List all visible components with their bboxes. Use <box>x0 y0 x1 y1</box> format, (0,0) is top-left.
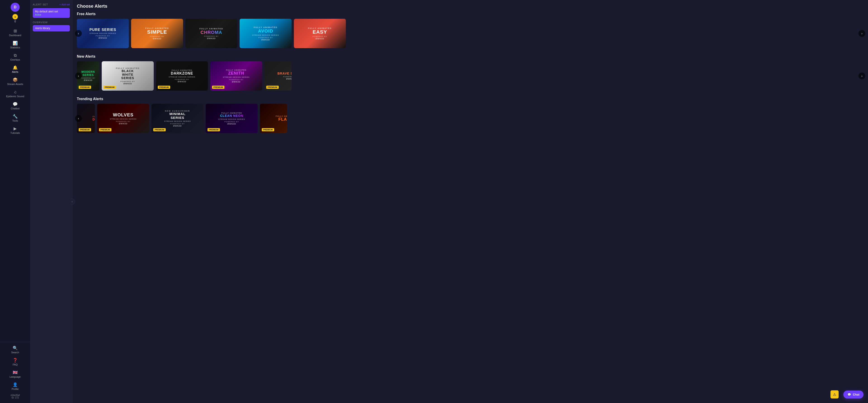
add-set-button[interactable]: + Add set <box>59 3 70 6</box>
new-alerts-title: New Alerts <box>77 55 864 59</box>
free-alerts-next-arrow[interactable]: › <box>859 30 865 37</box>
main-content: Choose Alerts Free Alerts ‹ PURE SERIES … <box>72 0 868 403</box>
sidebar-item-tools[interactable]: 🔧 Tools <box>0 112 30 124</box>
premium-badge: Premium <box>208 128 220 131</box>
language-flag-icon: 🇬🇧 <box>13 370 18 374</box>
coin-count: 0 <box>14 20 16 23</box>
sidebar-bottom: 🔍 Search ❓ FAQ 🇬🇧 Language 👤 Profile v54… <box>0 342 30 400</box>
overview-item-alerts-library[interactable]: Alerts library <box>33 25 70 31</box>
free-alerts-track: PURE SERIES STREAM DESIGN SERIES POWERED… <box>77 19 864 48</box>
panel-collapse-button[interactable]: ‹ <box>69 198 75 205</box>
sidebar-item-label: FAQ <box>13 363 18 366</box>
statistics-icon: 📊 <box>13 41 18 45</box>
free-alerts-title: Free Alerts <box>77 12 864 16</box>
trending-alerts-track: FULLY ANIMATED DARK TECH Premium WOLVES … <box>77 104 864 133</box>
epidemic-sound-icon: ♫ <box>13 90 17 94</box>
chat-label: Chat <box>853 393 860 396</box>
trending-alerts-section: Trending Alerts ‹ FULLY ANIMATED DARK TE… <box>77 97 864 133</box>
alert-card-clean-neon[interactable]: FULLY ANIMATED CLEAN NEON STREAM DESIGN … <box>206 104 258 133</box>
profile-icon: 👤 <box>13 383 18 387</box>
sidebar-item-label: Overlays <box>10 58 20 61</box>
alert-card-pure-series[interactable]: PURE SERIES STREAM DESIGN SERIES POWERED… <box>77 19 129 48</box>
overview-header: OVERVIEW <box>33 21 70 24</box>
tutorials-icon: ▶ <box>13 127 17 131</box>
alert-card-chroma[interactable]: FULLY ANIMATED CHROMA POWERED BY ØWN3D <box>185 19 237 48</box>
user-id-number: ID: 172 <box>1 397 29 399</box>
new-alerts-track: MODERN SERIES POWERED BY ØWN3D Premium F… <box>77 61 864 91</box>
tools-icon: 🔧 <box>13 114 18 118</box>
page-title: Choose Alerts <box>77 4 864 9</box>
trending-alerts-title: Trending Alerts <box>77 97 864 101</box>
warning-icon: ⚠ <box>833 392 836 397</box>
alert-panel: ALERT SET + Add set My default alert set… <box>31 0 72 403</box>
sidebar-item-dashboard[interactable]: ⊞ Dashboard <box>0 27 30 39</box>
sidebar-item-label: Search <box>11 351 19 354</box>
premium-badge: Premium <box>79 86 91 89</box>
sidebar-item-label: Statistics <box>10 46 20 49</box>
sidebar-item-alerts[interactable]: 🔔 Alerts <box>0 63 30 75</box>
premium-badge: Premium <box>99 128 112 131</box>
sidebar-item-epidemic-sound[interactable]: ♫ Epidemic Sound <box>0 88 30 100</box>
sidebar: D ● 0 ⊞ Dashboard 📊 Statistics ⧉ Overlay… <box>0 0 31 403</box>
alert-card-minimal-series[interactable]: NEW SUBSCRIBER MINIMALSERIES STREAM DESI… <box>151 104 204 133</box>
new-alerts-next-arrow[interactable]: › <box>859 72 865 79</box>
sidebar-nav: ⊞ Dashboard 📊 Statistics ⧉ Overlays 🔔 Al… <box>0 27 30 342</box>
new-alerts-prev-arrow[interactable]: ‹ <box>75 72 82 79</box>
coins-display: ● 0 <box>12 14 18 23</box>
overview-item-label: Alerts library <box>35 27 50 30</box>
chatbot-icon: 💬 <box>13 102 18 106</box>
premium-badge: Premium <box>103 86 116 89</box>
sidebar-item-label: Language <box>10 375 21 378</box>
alert-card-zenith[interactable]: FULLY ANIMATED ZENITH STREAM DESIGN SERI… <box>210 61 262 91</box>
premium-badge: Premium <box>153 128 166 131</box>
premium-badge: Premium <box>266 86 279 89</box>
sidebar-item-faq[interactable]: ❓ FAQ <box>0 356 30 368</box>
free-alerts-prev-arrow[interactable]: ‹ <box>75 30 82 37</box>
sidebar-item-stream-assets[interactable]: 📦 Stream Assets <box>0 75 30 88</box>
alert-card-darkzone[interactable]: FULLY ANIMATED DARKZONE STREAM DESIGN SE… <box>156 61 208 91</box>
new-alerts-section: New Alerts ‹ MODERN SERIES POWERED BY ØW… <box>77 55 864 91</box>
alert-card-black-white[interactable]: FULLY ANIMATED BLACKWHITESERIES POWERED … <box>102 61 154 91</box>
alert-card-easy[interactable]: FULLY ANIMATED EASY POWERED BY ØWN3D <box>294 19 346 48</box>
alert-set-item[interactable]: My default alert set Active <box>33 8 70 18</box>
premium-badge: Premium <box>158 86 170 89</box>
premium-badge: Premium <box>262 128 274 131</box>
sidebar-item-label: Profile <box>11 388 19 390</box>
sidebar-item-chatbot[interactable]: 💬 Chatbot <box>0 100 30 112</box>
premium-badge: Premium <box>79 128 91 131</box>
warning-button[interactable]: ⚠ <box>831 390 839 399</box>
alert-card-flame[interactable]: FULLY ANIMATED FLAME Premium <box>260 104 287 133</box>
alert-card-avoid[interactable]: FULLY ANIMATED AVOID STREAM DESIGN SERIE… <box>240 19 291 48</box>
chat-button[interactable]: 💬 Chat <box>843 391 864 399</box>
user-info: v54a35af ID: 172 <box>0 393 30 400</box>
sidebar-item-language[interactable]: 🇬🇧 Language <box>0 368 30 380</box>
sidebar-item-statistics[interactable]: 📊 Statistics <box>0 39 30 51</box>
faq-icon: ❓ <box>13 358 18 362</box>
alert-card-wolves[interactable]: WOLVES STREAM DESIGN SERIES POWERED BY Ø… <box>97 104 149 133</box>
sidebar-item-tutorials[interactable]: ▶ Tutorials <box>0 124 30 136</box>
coin-icon: ● <box>12 14 18 20</box>
sidebar-item-profile[interactable]: 👤 Profile <box>0 380 30 393</box>
sidebar-item-label: Alerts <box>12 70 18 73</box>
alert-card-simple[interactable]: FULLY ANIMATED SIMPLE POWERED BY ØWN3D <box>131 19 183 48</box>
sidebar-item-overlays[interactable]: ⧉ Overlays <box>0 51 30 63</box>
sidebar-item-label: Stream Assets <box>7 83 23 86</box>
app-logo[interactable]: D <box>11 3 20 12</box>
overlays-icon: ⧉ <box>14 53 17 57</box>
alert-set-status: Active <box>35 13 68 16</box>
alert-set-name: My default alert set <box>35 10 68 13</box>
alert-card-brave-series[interactable]: BRAVE SERIES POWERED BY ØWN3D Premium <box>265 61 291 91</box>
trending-alerts-prev-arrow[interactable]: ‹ <box>75 115 82 122</box>
sidebar-item-label: Dashboard <box>9 34 21 37</box>
free-alerts-section: Free Alerts ‹ PURE SERIES STREAM DESIGN … <box>77 12 864 48</box>
stream-assets-icon: 📦 <box>13 78 18 82</box>
chat-icon: 💬 <box>847 393 851 396</box>
sidebar-item-search[interactable]: 🔍 Search <box>0 344 30 356</box>
premium-badge: Premium <box>212 86 224 89</box>
user-id-hash: v54a35af <box>1 394 29 397</box>
sidebar-item-label: Epidemic Sound <box>6 95 24 98</box>
sidebar-item-label: Chatbot <box>11 107 20 110</box>
sidebar-item-label: Tutorials <box>10 131 20 134</box>
search-icon: 🔍 <box>13 346 18 350</box>
sidebar-item-label: Tools <box>12 119 18 122</box>
